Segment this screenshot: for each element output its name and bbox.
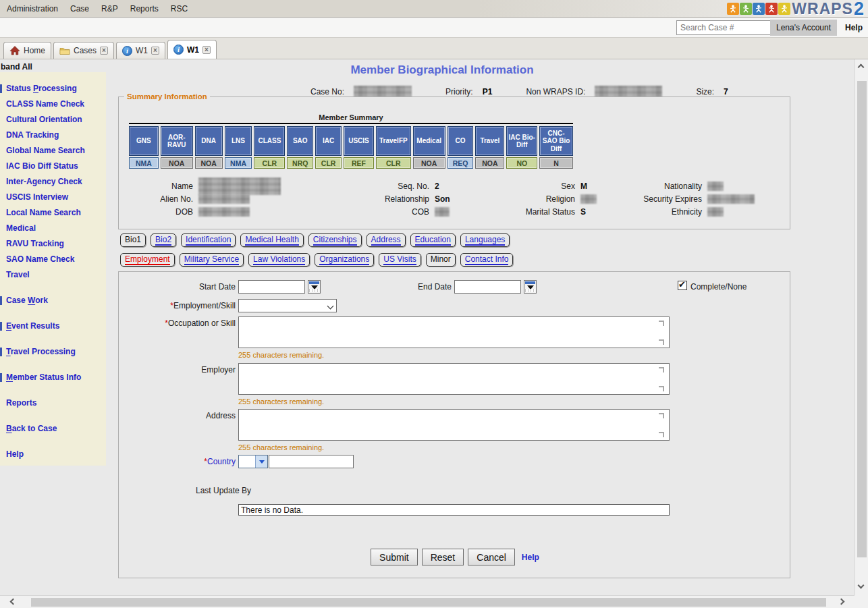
menu-rp[interactable]: R&P (101, 4, 118, 13)
employment-skill-select[interactable] (238, 299, 337, 312)
tab-w1[interactable]: W1 (116, 42, 165, 59)
vertical-scrollbar[interactable] (855, 59, 868, 595)
horizontal-scrollbar-thumb[interactable] (31, 598, 826, 607)
tab-address[interactable]: Address (367, 233, 406, 247)
menu-bar: Administration Case R&P Reports RSC WRAP… (0, 0, 868, 18)
submit-button[interactable]: Submit (371, 549, 418, 565)
stick-figure-icon (778, 3, 790, 15)
sidebar-item-local-name-search[interactable]: Local Name Search (0, 205, 106, 221)
sidebar-item-inter-agency-check[interactable]: Inter-Agency Check (0, 174, 106, 190)
tab-bio1[interactable]: Bio1 (120, 233, 146, 247)
start-date-input[interactable] (238, 280, 305, 294)
dropdown-arrow-icon[interactable] (255, 455, 267, 468)
scroll-right-arrow-icon[interactable] (838, 599, 845, 605)
cancel-button[interactable]: Cancel (468, 549, 515, 565)
tab-w1-active[interactable]: W1 (167, 40, 217, 59)
tab-medical-health[interactable]: Medical Health (240, 233, 303, 247)
no-data-box: There is no Data. (238, 504, 670, 516)
sidebar-item-back-to-case[interactable]: Back to Case (0, 421, 106, 437)
tab-contact-info[interactable]: Contact Info (460, 253, 514, 267)
address-textarea[interactable] (238, 409, 670, 441)
search-input[interactable] (676, 20, 776, 35)
tab-minor[interactable]: Minor (426, 253, 456, 267)
sidebar-item-travel[interactable]: Travel (0, 267, 106, 283)
country-code-select[interactable] (238, 455, 268, 468)
menu-rsc[interactable]: RSC (171, 4, 188, 13)
menu-reports[interactable]: Reports (130, 4, 159, 13)
scroll-up-icon[interactable] (659, 413, 664, 418)
tab-bio2[interactable]: Bio2 (151, 233, 176, 247)
sidebar-item-cultural-orientation[interactable]: Cultural Orientation (0, 112, 106, 128)
help-menu[interactable]: Help (845, 20, 863, 36)
complete-none-checkbox[interactable] (678, 281, 687, 290)
sidebar-item-medical[interactable]: Medical (0, 221, 106, 236)
sidebar-item-global-name-search[interactable]: Global Name Search (0, 143, 106, 159)
tab-law-violations[interactable]: Law Violations (248, 253, 310, 267)
end-date-label: End Date (335, 282, 452, 292)
scroll-up-icon[interactable] (659, 367, 664, 372)
logo-text: WRAPS (792, 0, 853, 18)
scroll-left-arrow-icon[interactable] (10, 599, 17, 605)
scroll-down-icon[interactable] (659, 339, 664, 345)
tab-home[interactable]: Home (3, 42, 51, 59)
account-button[interactable]: Lena's Account (770, 20, 837, 36)
tab-organizations[interactable]: Organizations (315, 253, 374, 267)
tab-employment[interactable]: Employment (120, 253, 175, 267)
expand-all-label[interactable]: band All (1, 62, 32, 72)
end-date-calendar-button[interactable] (524, 280, 537, 294)
occupation-label: *Occupation or Skill (119, 319, 236, 328)
reset-button[interactable]: Reset (422, 549, 464, 565)
end-date-input[interactable] (454, 280, 521, 294)
tab-cases[interactable]: Cases (53, 42, 114, 59)
form-help-link[interactable]: Help (522, 553, 539, 562)
tab-military-service[interactable]: Military Service (180, 253, 244, 267)
top-bar: Lena's Account Help (0, 18, 868, 38)
horizontal-scrollbar[interactable] (0, 595, 855, 608)
non-wraps-id-value-redacted (595, 86, 662, 97)
sidebar-item-status-processing[interactable]: Status Processing (0, 81, 106, 96)
sidebar-item-uscis-interview[interactable]: USCIS Interview (0, 190, 106, 205)
close-icon[interactable] (100, 47, 108, 55)
sex-label: Sex (494, 182, 575, 191)
logo-number: 2 (854, 0, 864, 20)
tab-languages[interactable]: Languages (460, 233, 510, 247)
seq-no-label: Seq. No. (310, 182, 429, 191)
sidebar-item-member-status-info[interactable]: Member Status Info (0, 370, 106, 385)
tab-education[interactable]: Education (410, 233, 456, 247)
close-icon[interactable] (151, 47, 159, 55)
sidebar-item-dna-tracking[interactable]: DNA Tracking (0, 128, 106, 143)
menu-administration[interactable]: Administration (7, 4, 58, 13)
scroll-down-arrow-icon[interactable] (858, 582, 865, 589)
scroll-down-icon[interactable] (659, 386, 664, 391)
col-lns: LNS (225, 126, 252, 156)
scroll-down-icon[interactable] (659, 432, 664, 437)
sidebar-item-sao-name-check[interactable]: SAO Name Check (0, 252, 106, 267)
sidebar-item-travel-processing[interactable]: Travel Processing (0, 344, 106, 360)
sidebar-item-case-work[interactable]: Case Work (0, 293, 106, 308)
col-travel: Travel (475, 126, 504, 156)
menu-case[interactable]: Case (70, 4, 89, 13)
start-date-calendar-button[interactable] (308, 280, 321, 294)
sidebar-item-event-results[interactable]: Event Results (0, 319, 106, 334)
alien-no-value-redacted (198, 194, 250, 204)
tab-identification[interactable]: Identification (181, 233, 236, 247)
tab-us-visits[interactable]: US Visits (379, 253, 421, 267)
sidebar-item-help[interactable]: Help (0, 447, 106, 462)
case-no-label: Case No: (310, 87, 344, 96)
sidebar-item-class-name-check[interactable]: CLASS Name Check (0, 96, 106, 112)
tab-citizenships[interactable]: Citizenships (308, 233, 362, 247)
country-input[interactable] (269, 455, 354, 468)
vertical-scrollbar-thumb[interactable] (857, 81, 867, 557)
occupation-textarea[interactable] (238, 316, 670, 348)
status-aor-ravu: NOA (161, 157, 193, 169)
scroll-up-icon[interactable] (659, 321, 664, 326)
employer-textarea[interactable] (238, 363, 670, 395)
status-travel: NOA (475, 157, 504, 169)
scroll-up-arrow-icon[interactable] (858, 64, 865, 71)
sidebar-item-ravu-tracking[interactable]: RAVU Tracking (0, 236, 106, 252)
col-iac-bio-diff: IAC Bio-Diff (506, 126, 537, 156)
non-wraps-id-label: Non WRAPS ID: (526, 87, 585, 96)
sidebar-item-iac-bio-diff-status[interactable]: IAC Bio Diff Status (0, 159, 106, 174)
sidebar-item-reports[interactable]: Reports (0, 395, 106, 411)
close-icon[interactable] (202, 46, 211, 54)
